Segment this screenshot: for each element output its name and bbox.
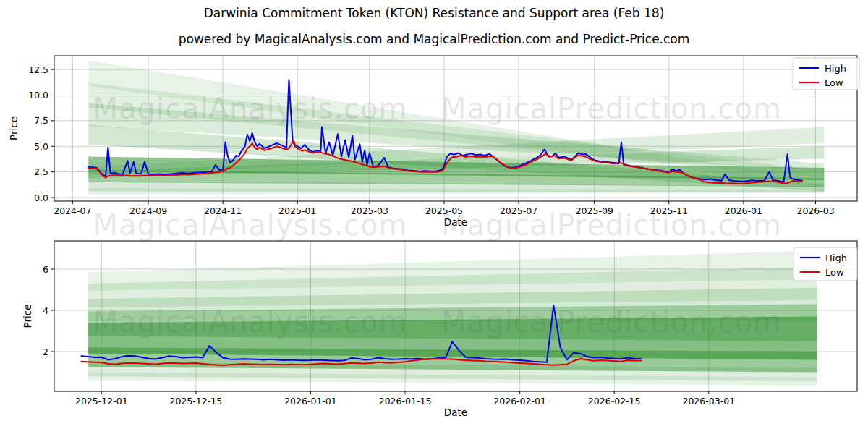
svg-text:7.5: 7.5 [34, 115, 48, 126]
y-axis-label: Price [8, 116, 20, 140]
svg-text:2026-01-01: 2026-01-01 [284, 396, 337, 407]
svg-text:2024-09: 2024-09 [129, 205, 167, 216]
svg-text:2026-02-01: 2026-02-01 [493, 396, 546, 407]
svg-text:0.0: 0.0 [34, 192, 48, 203]
svg-text:2026-01: 2026-01 [725, 205, 762, 216]
x-axis-label: Date [444, 216, 467, 228]
top-price-chart: 2024-072024-092024-112025-012025-032025-… [8, 56, 859, 228]
svg-text:2025-11: 2025-11 [650, 205, 688, 216]
svg-text:2026-03: 2026-03 [796, 205, 834, 216]
svg-text:6: 6 [43, 264, 48, 275]
y-axis-label: Price [22, 305, 33, 328]
svg-text:2025-09: 2025-09 [576, 205, 613, 216]
figure: Darwinia Commitment Token (KTON) Resista… [0, 0, 868, 434]
svg-text:4: 4 [43, 305, 48, 316]
svg-text:High: High [825, 63, 846, 74]
svg-text:Low: Low [825, 77, 843, 88]
svg-text:2.5: 2.5 [34, 166, 48, 177]
svg-text:2025-01: 2025-01 [278, 205, 316, 216]
bottom-price-chart: 2025-12-012025-12-152026-01-012026-01-15… [22, 241, 857, 418]
svg-text:2026-01-15: 2026-01-15 [379, 396, 432, 407]
x-axis-label: Date [444, 407, 467, 418]
svg-text:2026-02-15: 2026-02-15 [588, 396, 641, 407]
svg-text:2025-03: 2025-03 [351, 205, 388, 216]
svg-text:High: High [825, 252, 847, 263]
charts-canvas: 2024-072024-092024-112025-012025-032025-… [0, 0, 868, 434]
svg-text:2024-07: 2024-07 [54, 205, 91, 216]
svg-text:2025-05: 2025-05 [425, 205, 463, 216]
svg-text:2: 2 [43, 346, 48, 357]
svg-text:Low: Low [825, 267, 844, 278]
svg-text:2026-03-01: 2026-03-01 [682, 396, 735, 407]
svg-text:10.0: 10.0 [28, 90, 48, 101]
support-resistance-bands [88, 250, 817, 386]
legend: HighLow [793, 247, 857, 281]
svg-text:2025-12-15: 2025-12-15 [170, 396, 223, 407]
svg-text:2025-12-01: 2025-12-01 [75, 396, 128, 407]
svg-text:5.0: 5.0 [34, 141, 48, 152]
svg-text:2024-11: 2024-11 [204, 205, 242, 216]
legend: HighLow [793, 58, 859, 90]
svg-text:12.5: 12.5 [28, 64, 48, 75]
svg-text:2025-07: 2025-07 [500, 205, 537, 216]
